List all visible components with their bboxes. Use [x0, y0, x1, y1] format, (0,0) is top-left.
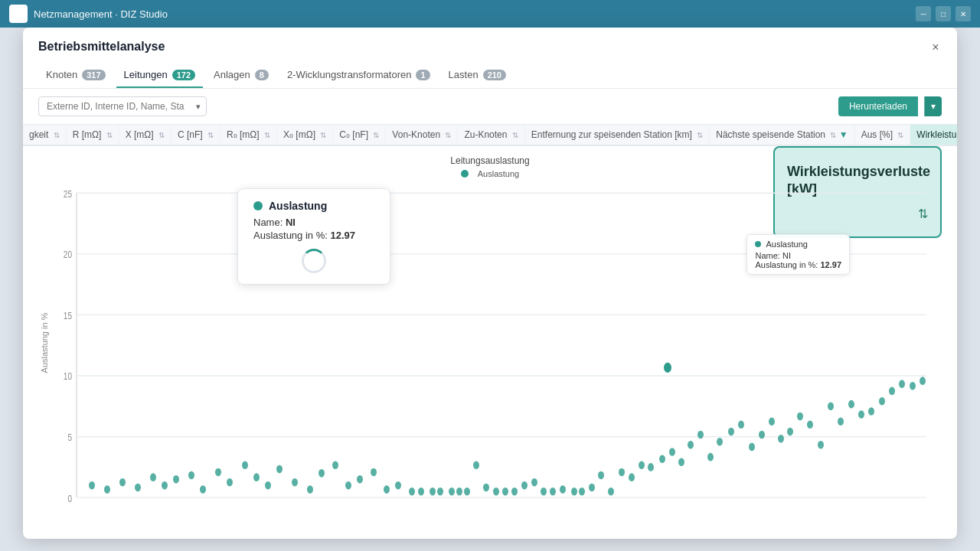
col-entfernung-label: Entfernung zur speisenden Station [km]	[531, 129, 692, 140]
download-button[interactable]: Herunterladen	[838, 96, 918, 116]
scatter-chart-container: 0 5 10 15 20 25	[38, 183, 942, 528]
legend-label: Auslastung	[478, 169, 519, 178]
svg-point-45	[483, 484, 489, 492]
chart-area: Wirkleistungsverluste [kW] ⇅ Leitungsaus…	[23, 146, 957, 539]
svg-point-41	[449, 487, 455, 496]
col-wirkleistung[interactable]: Wirkleistungsverluste [kW] ⇅	[910, 125, 957, 145]
scatter-chart-svg: 0 5 10 15 20 25	[38, 183, 942, 528]
modal-header: Betriebsmittelanalyse × Knoten 317 Leitu…	[23, 28, 957, 89]
svg-point-51	[541, 487, 547, 496]
svg-point-80	[828, 403, 834, 411]
col-naechste-station-label: Nächste speisende Station	[716, 129, 825, 140]
svg-point-48	[511, 487, 518, 496]
col-c[interactable]: C [nF] ⇅	[172, 125, 220, 145]
tab-knoten[interactable]: Knoten 317	[38, 63, 113, 88]
minimize-btn[interactable]: ─	[916, 6, 931, 21]
svg-point-15	[119, 478, 126, 487]
table-header-area: gkeit ⇅ R [mΩ] ⇅ X [mΩ] ⇅ C [nF] ⇅	[23, 125, 957, 146]
svg-point-53	[560, 485, 566, 494]
sort-icon-x: ⇅	[158, 131, 165, 139]
svg-text:20: 20	[64, 249, 73, 260]
app-title: Netzmanagement · DIZ Studio	[34, 8, 168, 20]
tab-transformatoren-badge: 1	[416, 70, 430, 80]
sort-icon-r0: ⇅	[264, 131, 270, 139]
svg-point-63	[659, 455, 665, 463]
col-x[interactable]: X [mΩ] ⇅	[119, 125, 171, 145]
col-r0[interactable]: R₀ [mΩ] ⇅	[220, 125, 277, 145]
svg-point-60	[629, 473, 635, 481]
col-x0[interactable]: X₀ [mΩ] ⇅	[277, 125, 333, 145]
svg-text:15: 15	[64, 309, 73, 321]
col-aus[interactable]: Aus [%] ⇅	[854, 125, 910, 145]
svg-point-69	[717, 438, 723, 446]
svg-point-78	[807, 420, 813, 429]
col-zu-knoten[interactable]: Zu-Knoten ⇅	[458, 125, 524, 145]
tab-transformatoren[interactable]: 2-Wicklungstransformatoren 1	[279, 63, 438, 88]
sort-icon-r: ⇅	[106, 131, 113, 139]
col-r-label: R [mΩ]	[73, 129, 102, 140]
svg-point-16	[135, 484, 141, 492]
modal: Betriebsmittelanalyse × Knoten 317 Leitu…	[23, 28, 957, 539]
svg-point-14	[104, 485, 110, 494]
col-gkeit[interactable]: gkeit ⇅	[23, 125, 66, 145]
svg-text:10: 10	[64, 370, 73, 382]
svg-point-23	[227, 478, 233, 487]
tab-anlagen[interactable]: Anlagen 8	[206, 63, 276, 88]
svg-point-34	[371, 468, 377, 477]
svg-point-88	[910, 382, 916, 390]
svg-point-83	[858, 410, 864, 419]
download-arrow-btn[interactable]: ▾	[924, 96, 942, 116]
filter-input[interactable]	[38, 96, 207, 116]
modal-title: Betriebsmittelanalyse	[38, 40, 942, 54]
svg-point-37	[409, 487, 415, 496]
col-naechste-station[interactable]: Nächste speisende Station ⇅ ▼	[710, 125, 854, 145]
svg-point-36	[395, 481, 401, 490]
svg-point-19	[173, 475, 179, 484]
filter-icon-station[interactable]: ▼	[839, 129, 848, 140]
svg-point-31	[332, 461, 338, 469]
toolbar: Herunterladen ▾	[23, 89, 957, 125]
svg-point-13	[89, 481, 95, 490]
svg-point-57	[598, 471, 604, 480]
col-c0[interactable]: C₀ [nF] ⇅	[333, 125, 386, 145]
col-x-label: X [mΩ]	[126, 129, 154, 140]
tab-leitungen[interactable]: Leitungen 172	[116, 63, 203, 88]
svg-point-70	[728, 428, 734, 436]
svg-point-32	[345, 481, 351, 490]
col-r[interactable]: R [mΩ] ⇅	[66, 125, 119, 145]
svg-point-61	[639, 461, 645, 469]
svg-point-44	[473, 461, 479, 469]
svg-point-22	[215, 468, 221, 477]
col-entfernung[interactable]: Entfernung zur speisenden Station [km] ⇅	[524, 125, 709, 145]
col-gkeit-label: gkeit	[29, 129, 48, 140]
svg-point-17	[150, 473, 156, 481]
svg-point-86	[889, 387, 895, 396]
svg-point-33	[357, 475, 363, 484]
svg-point-59	[619, 468, 625, 477]
modal-close-btn[interactable]: ×	[926, 38, 945, 57]
svg-point-47	[502, 487, 508, 496]
svg-point-90	[663, 361, 672, 373]
svg-point-66	[688, 441, 694, 449]
maximize-btn[interactable]: □	[936, 6, 951, 21]
col-von-knoten[interactable]: Von-Knoten ⇅	[386, 125, 458, 145]
sort-icon-entfernung: ⇅	[697, 131, 703, 139]
col-wirkleistung-label: Wirkleistungsverluste [kW]	[916, 129, 957, 140]
svg-point-42	[456, 487, 462, 496]
svg-point-73	[759, 431, 765, 439]
svg-point-18	[162, 481, 168, 490]
svg-point-67	[697, 431, 704, 439]
svg-point-24	[242, 461, 248, 469]
tab-anlagen-label: Anlagen	[214, 69, 250, 80]
svg-point-64	[669, 448, 675, 456]
svg-point-85	[879, 397, 885, 406]
tab-transformatoren-label: 2-Wicklungstransformatoren	[287, 69, 412, 80]
col-aus-label: Aus [%]	[861, 129, 893, 140]
svg-point-81	[838, 417, 844, 425]
col-von-knoten-label: Von-Knoten	[392, 129, 440, 140]
top-bar-actions: ─ □ ✕	[916, 6, 971, 21]
tabs-container: Knoten 317 Leitungen 172 Anlagen 8 2-Wic…	[38, 63, 942, 88]
close-window-btn[interactable]: ✕	[956, 6, 971, 21]
col-c-label: C [nF]	[178, 129, 203, 140]
tab-lasten[interactable]: Lasten 210	[441, 63, 514, 88]
